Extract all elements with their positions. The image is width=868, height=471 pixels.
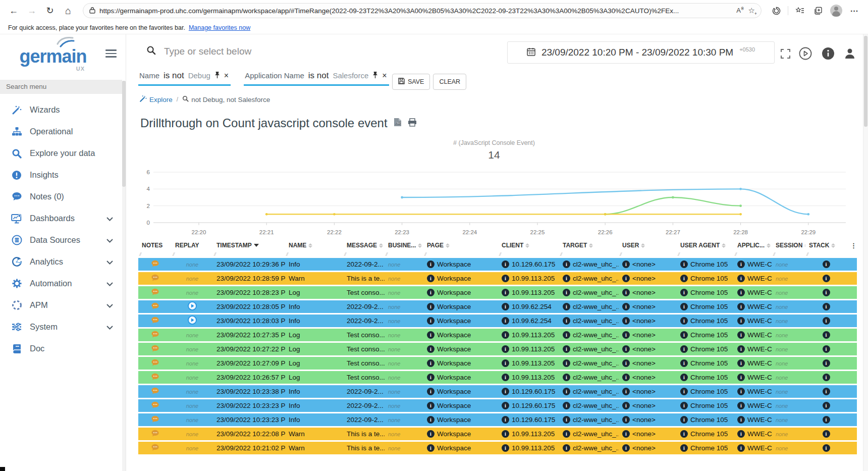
info-icon[interactable]: i (622, 374, 630, 381)
sidebar-item-apm[interactable]: APM (0, 294, 123, 316)
info-icon[interactable]: i (622, 345, 630, 353)
info-icon[interactable]: i (737, 444, 745, 452)
collections-icon[interactable] (810, 3, 826, 18)
info-icon[interactable]: i (427, 444, 435, 452)
info-icon[interactable]: i (737, 345, 745, 353)
sidebar-search-input[interactable]: Search menu (0, 80, 122, 94)
notes-icon[interactable] (151, 274, 159, 283)
column-header-user[interactable]: USER (619, 242, 677, 249)
info-icon[interactable]: i (737, 388, 745, 395)
table-row[interactable]: none23/09/2022 10:29:36 P...Info2022-09-… (138, 258, 857, 271)
notes-icon[interactable] (151, 415, 159, 425)
global-search[interactable]: Type or select below (146, 45, 251, 57)
info-icon[interactable]: i (680, 331, 688, 339)
play-icon[interactable] (798, 46, 812, 61)
browser-essentials-icon[interactable] (769, 3, 784, 18)
info-icon[interactable]: i (823, 260, 830, 268)
info-icon[interactable]: i (680, 430, 688, 438)
info-icon[interactable]: i (563, 289, 570, 296)
page-scrollbar[interactable] (863, 34, 868, 471)
notes-icon[interactable] (151, 430, 159, 439)
info-icon[interactable]: i (563, 402, 570, 409)
info-icon[interactable]: i (823, 444, 830, 452)
export-csv-icon[interactable]: CSV (394, 118, 402, 129)
info-icon[interactable]: i (823, 416, 830, 424)
column-header-timestamp[interactable]: TIMESTAMP (213, 242, 285, 249)
info-icon[interactable]: i (680, 374, 688, 381)
table-row[interactable]: none23/09/2022 10:28:59 P...WarnThis is … (138, 272, 857, 285)
info-icon[interactable]: i (823, 303, 830, 310)
notes-icon[interactable] (151, 359, 159, 368)
info-icon[interactable]: i (427, 331, 435, 339)
filter-chip-application-name[interactable]: Application Name is not Salesforce × (244, 71, 389, 86)
column-resize-handle[interactable]: // (139, 252, 141, 257)
info-icon[interactable]: i (680, 388, 688, 395)
sidebar-item-wizards[interactable]: Wizards (0, 99, 123, 121)
sidebar-scrollbar[interactable] (122, 81, 126, 471)
info-icon[interactable]: i (622, 331, 630, 339)
column-header-message[interactable]: MESSAGE (343, 242, 385, 249)
column-header-session[interactable]: SESSION (772, 242, 805, 249)
info-icon[interactable]: i (622, 359, 630, 367)
info-icon[interactable]: i (502, 303, 509, 310)
info-icon[interactable]: i (622, 402, 630, 409)
info-icon[interactable]: i (823, 374, 830, 381)
info-icon[interactable]: i (680, 444, 688, 452)
notes-icon[interactable] (151, 401, 159, 410)
read-aloud-icon[interactable]: A※ (736, 7, 744, 14)
info-icon[interactable]: i (622, 317, 630, 325)
info-icon[interactable]: i (427, 430, 435, 438)
info-icon[interactable]: i (622, 444, 630, 452)
info-icon[interactable]: i (680, 275, 688, 282)
notes-icon[interactable] (151, 387, 159, 396)
info-icon[interactable] (821, 46, 835, 61)
notes-icon[interactable] (151, 317, 159, 326)
info-icon[interactable]: i (563, 374, 570, 381)
manage-favorites-link[interactable]: Manage favorites now (189, 24, 250, 31)
info-icon[interactable]: i (427, 359, 435, 367)
filter-chip-name[interactable]: Name is not Debug × (138, 71, 231, 86)
info-icon[interactable]: i (563, 359, 570, 367)
notes-icon[interactable] (151, 331, 159, 340)
info-icon[interactable]: i (680, 402, 688, 409)
sidebar-item-explore-your-data[interactable]: Explore your data (0, 142, 123, 164)
column-resize-handle[interactable]: // (214, 252, 215, 257)
table-row[interactable]: none23/09/2022 10:23:23 P...Info2022-09-… (138, 399, 857, 412)
info-icon[interactable]: i (427, 260, 435, 268)
info-icon[interactable]: i (563, 430, 570, 438)
info-icon[interactable]: i (427, 303, 435, 310)
info-icon[interactable]: i (427, 345, 435, 353)
sidebar-item-automation[interactable]: Automation (0, 273, 123, 294)
favorites-bar-icon[interactable] (792, 3, 807, 18)
info-icon[interactable]: i (680, 317, 688, 325)
hamburger-menu-icon[interactable] (105, 47, 117, 60)
sidebar-item-analytics[interactable]: Analytics (0, 251, 123, 273)
info-icon[interactable]: i (502, 416, 509, 424)
sidebar-item-notes-0[interactable]: Notes (0) (0, 186, 123, 207)
profile-avatar[interactable] (829, 3, 844, 18)
info-icon[interactable]: i (502, 359, 509, 367)
info-icon[interactable]: i (823, 331, 830, 339)
info-icon[interactable]: i (502, 402, 509, 409)
sidebar-item-system[interactable]: System (0, 316, 123, 338)
close-icon[interactable]: × (224, 71, 229, 80)
info-icon[interactable]: i (502, 317, 509, 325)
sidebar-item-dashboards[interactable]: Dashboards (0, 207, 123, 229)
table-row[interactable]: 23/09/2022 10:28:05 P...Info2022-09-2...… (138, 300, 857, 313)
info-icon[interactable]: i (737, 331, 745, 339)
info-icon[interactable]: i (427, 374, 435, 381)
column-resize-handle[interactable]: // (735, 252, 736, 257)
table-row[interactable]: none23/09/2022 10:27:09 P...LogTest cons… (138, 357, 857, 370)
info-icon[interactable]: i (680, 289, 688, 296)
column-resize-handle[interactable]: // (173, 252, 174, 257)
info-icon[interactable]: i (563, 260, 570, 268)
column-resize-handle[interactable]: // (286, 252, 288, 257)
info-icon[interactable]: i (823, 275, 830, 282)
info-icon[interactable]: i (427, 388, 435, 395)
column-header-business[interactable]: BUSINE... (385, 242, 423, 249)
info-icon[interactable]: i (563, 275, 570, 282)
column-resize-handle[interactable]: // (344, 252, 346, 257)
info-icon[interactable]: i (823, 289, 830, 296)
info-icon[interactable]: i (563, 303, 570, 310)
info-icon[interactable]: i (737, 359, 745, 367)
